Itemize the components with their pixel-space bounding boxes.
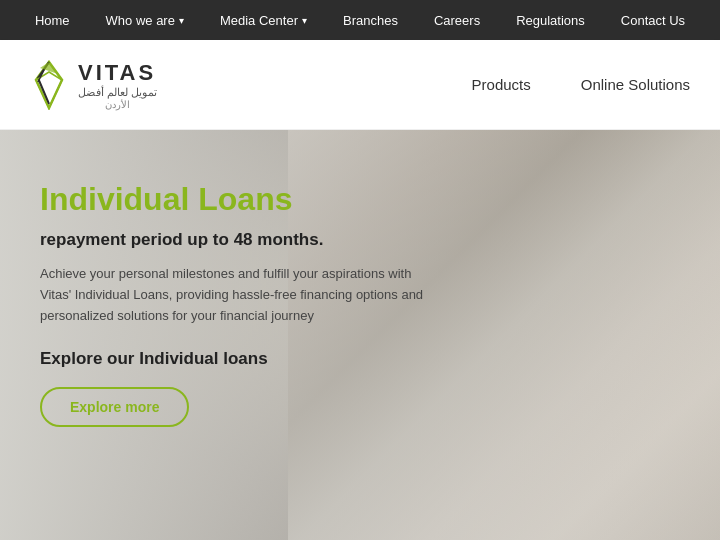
logo-arabic-line1: تمويل لعالم أفضل: [78, 86, 157, 99]
vitas-logo-icon: [30, 60, 68, 110]
top-nav-item-media-center[interactable]: Media Center▾: [202, 0, 325, 40]
top-nav: HomeWho we are▾Media Center▾BranchesCare…: [0, 0, 720, 40]
secondary-nav: VITAS تمويل لعالم أفضل الأردن ProductsOn…: [0, 40, 720, 130]
top-nav-item-who-we-are[interactable]: Who we are▾: [88, 0, 202, 40]
secondary-nav-item-online-solutions[interactable]: Online Solutions: [581, 76, 690, 93]
hero-explore-heading: Explore our Individual loans: [40, 349, 440, 369]
secondary-links: ProductsOnline Solutions: [472, 76, 690, 93]
hero-content: Individual Loans repayment period up to …: [0, 130, 480, 477]
top-nav-item-contact-us[interactable]: Contact Us: [603, 0, 703, 40]
top-nav-item-home[interactable]: Home: [17, 0, 88, 40]
secondary-nav-item-products[interactable]: Products: [472, 76, 531, 93]
top-nav-item-regulations[interactable]: Regulations: [498, 0, 603, 40]
explore-more-button[interactable]: Explore more: [40, 387, 189, 427]
logo-text: VITAS تمويل لعالم أفضل الأردن: [78, 60, 157, 110]
hero-section: Individual Loans repayment period up to …: [0, 130, 720, 540]
logo-vitas-text: VITAS: [78, 60, 157, 86]
logo-arabic-line2: الأردن: [78, 99, 157, 110]
media-center-dropdown-arrow: ▾: [302, 15, 307, 26]
hero-description: Achieve your personal milestones and ful…: [40, 264, 440, 326]
who-we-are-dropdown-arrow: ▾: [179, 15, 184, 26]
top-nav-item-branches[interactable]: Branches: [325, 0, 416, 40]
hero-subtitle: repayment period up to 48 months.: [40, 230, 440, 250]
logo: VITAS تمويل لعالم أفضل الأردن: [30, 60, 157, 110]
hero-title: Individual Loans: [40, 180, 440, 218]
top-nav-item-careers[interactable]: Careers: [416, 0, 498, 40]
